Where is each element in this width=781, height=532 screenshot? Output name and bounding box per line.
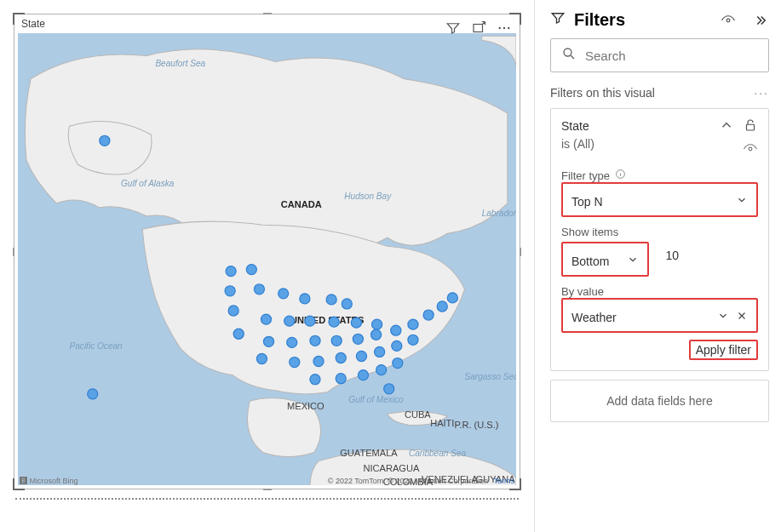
data-point[interactable]	[226, 266, 236, 277]
funnel-icon[interactable]	[445, 20, 462, 37]
svg-text:CUBA: CUBA	[405, 409, 431, 420]
search-icon	[561, 46, 577, 65]
filter-field-name: State	[561, 117, 594, 135]
svg-text:Hudson Bay: Hudson Bay	[344, 192, 392, 201]
data-point[interactable]	[376, 365, 387, 375]
svg-point-24	[726, 19, 730, 22]
data-point[interactable]	[228, 306, 238, 316]
filter-summary: is (All)	[561, 135, 594, 153]
collapse-pane-icon[interactable]	[752, 12, 769, 29]
eye-icon[interactable]	[743, 141, 758, 160]
data-point[interactable]	[225, 286, 235, 296]
data-point[interactable]	[329, 317, 339, 327]
data-point[interactable]	[393, 358, 403, 368]
more-options-icon[interactable]: ···	[754, 86, 769, 100]
search-box[interactable]	[550, 38, 769, 72]
data-point[interactable]	[358, 370, 368, 380]
map-visual-frame[interactable]: State	[14, 14, 520, 489]
data-point[interactable]	[391, 325, 401, 335]
data-point[interactable]	[408, 319, 418, 329]
filter-card-state: State is (All)	[550, 108, 769, 371]
data-point[interactable]	[284, 316, 295, 326]
svg-text:Gulf of Alaska: Gulf of Alaska	[121, 179, 175, 188]
by-value-field-well[interactable]: Weather	[561, 298, 758, 333]
resize-handle-t[interactable]	[263, 13, 272, 14]
svg-text:Beaufort Sea: Beaufort Sea	[155, 59, 205, 68]
data-point[interactable]	[408, 335, 418, 345]
info-icon[interactable]	[615, 169, 626, 182]
data-point[interactable]	[336, 352, 346, 363]
data-point[interactable]	[423, 310, 434, 320]
filter-type-dropdown[interactable]: Top N	[561, 182, 758, 217]
filters-section-label: Filters on this visual	[550, 86, 655, 100]
data-point[interactable]	[100, 135, 110, 146]
visual-title: State	[21, 18, 45, 30]
data-point[interactable]	[246, 265, 256, 275]
data-point[interactable]	[356, 351, 366, 361]
data-point[interactable]	[375, 346, 385, 357]
eye-icon[interactable]	[720, 12, 737, 29]
data-point[interactable]	[437, 301, 447, 312]
data-point[interactable]	[310, 335, 320, 346]
chevron-down-icon[interactable]	[717, 310, 729, 324]
svg-text:Pacific Ocean: Pacific Ocean	[70, 341, 123, 351]
data-point[interactable]	[392, 340, 402, 351]
filters-title: Filters	[574, 10, 625, 30]
lock-icon[interactable]	[743, 117, 758, 136]
more-options-icon[interactable]	[496, 20, 513, 37]
map-area[interactable]: CANADA UNITED STATES MEXICO CUBA HAITI P…	[18, 33, 516, 485]
apply-filter-button[interactable]: Apply filter	[689, 340, 758, 360]
page-divider	[15, 498, 519, 500]
svg-text:HAITI: HAITI	[430, 418, 454, 428]
search-input[interactable]	[585, 49, 758, 63]
data-point[interactable]	[287, 337, 297, 347]
svg-point-3	[508, 27, 509, 29]
data-point[interactable]	[88, 389, 98, 399]
svg-point-27	[749, 147, 752, 151]
data-point[interactable]	[371, 329, 382, 340]
terms-link[interactable]: Terms	[494, 477, 515, 485]
data-point[interactable]	[310, 375, 320, 385]
svg-point-25	[564, 49, 571, 56]
show-items-count-input[interactable]: 10	[658, 242, 759, 277]
map-attribution-left: 🅱 Microsoft Bing	[20, 477, 78, 485]
data-point[interactable]	[384, 384, 394, 394]
data-point[interactable]	[342, 299, 352, 309]
show-items-direction-dropdown[interactable]: Bottom	[561, 242, 649, 277]
by-value-field: Weather	[571, 311, 617, 324]
svg-text:MEXICO: MEXICO	[287, 401, 324, 411]
visual-toolbar	[445, 20, 513, 37]
add-data-fields-well[interactable]: Add data fields here	[550, 380, 769, 422]
data-point[interactable]	[336, 374, 346, 384]
report-canvas: State	[0, 0, 534, 532]
resize-handle-b[interactable]	[263, 489, 272, 490]
data-point[interactable]	[353, 334, 363, 344]
resize-handle-r[interactable]	[520, 248, 521, 256]
resize-handle-l[interactable]	[13, 248, 14, 256]
data-point[interactable]	[326, 295, 336, 305]
svg-rect-0	[474, 25, 483, 32]
collapse-card-icon[interactable]	[719, 117, 734, 136]
data-point[interactable]	[331, 335, 342, 346]
data-point[interactable]	[233, 329, 244, 339]
svg-text:P.R. (U.S.): P.R. (U.S.)	[454, 420, 498, 430]
data-point[interactable]	[261, 314, 271, 324]
data-point[interactable]	[254, 284, 264, 295]
data-point[interactable]	[300, 294, 310, 304]
data-point[interactable]	[256, 353, 267, 363]
show-items-label: Show items	[561, 226, 758, 238]
data-point[interactable]	[313, 356, 324, 366]
close-icon[interactable]	[736, 310, 748, 324]
data-point[interactable]	[279, 289, 289, 299]
data-point[interactable]	[290, 357, 300, 367]
data-point[interactable]	[372, 319, 382, 329]
svg-text:CANADA: CANADA	[281, 199, 322, 209]
svg-point-1	[499, 27, 501, 29]
data-point[interactable]	[351, 317, 361, 328]
data-point[interactable]	[305, 316, 315, 326]
focus-mode-icon[interactable]	[470, 20, 487, 37]
data-point[interactable]	[447, 293, 457, 303]
filters-header: Filters	[550, 10, 769, 30]
data-point[interactable]	[263, 336, 273, 346]
svg-rect-26	[747, 124, 755, 130]
